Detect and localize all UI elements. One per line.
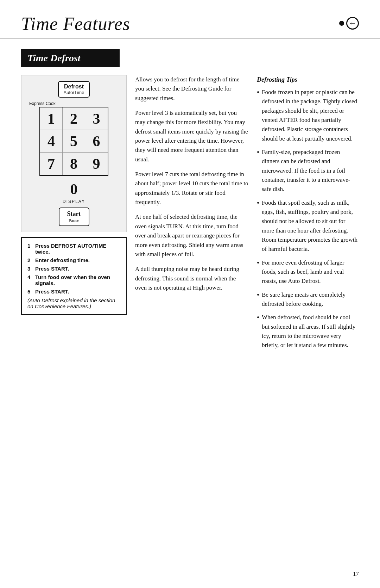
- key-9[interactable]: 9: [85, 153, 108, 175]
- page-header: Time Features ←: [0, 0, 380, 38]
- step-2: 2 Enter defrosting time.: [27, 257, 120, 263]
- start-pause-button[interactable]: Start Pause: [59, 208, 89, 226]
- page-title: Time Features: [21, 13, 130, 34]
- key-5[interactable]: 5: [63, 130, 85, 153]
- tip-6: When defrosted, food should be cool but …: [257, 313, 359, 350]
- key-1[interactable]: 1: [40, 107, 63, 130]
- key-6[interactable]: 6: [85, 130, 108, 153]
- key-3[interactable]: 3: [85, 107, 108, 130]
- key-4[interactable]: 4: [40, 130, 63, 153]
- step-1: 1 Press DEFROST AUTO/TIME twice.: [27, 243, 120, 255]
- middle-para-4: At one half of selected defrosting time,…: [135, 212, 248, 259]
- right-column: Defrosting Tips Foods frozen in paper or…: [257, 75, 359, 354]
- middle-column: Allows you to defrost for the length of …: [127, 75, 257, 298]
- key-8[interactable]: 8: [63, 153, 85, 175]
- key-2[interactable]: 2: [63, 107, 85, 130]
- key-7[interactable]: 7: [40, 153, 63, 175]
- dot-icon: [339, 21, 344, 26]
- key-0[interactable]: 0: [63, 178, 85, 200]
- middle-para-1: Allows you to defrost for the length of …: [135, 75, 248, 103]
- defrost-button[interactable]: Defrost Auto/Time: [58, 81, 90, 98]
- tips-list: Foods frozen in paper or plastic can be …: [257, 88, 359, 350]
- tip-1: Foods frozen in paper or plastic can be …: [257, 88, 359, 143]
- numpad-grid: 1 2 3 4 5 6 7 8 9: [39, 107, 108, 176]
- left-column: Defrost Auto/Time Express Cook 1 2 3 4 5…: [21, 75, 127, 315]
- content-columns: Defrost Auto/Time Express Cook 1 2 3 4 5…: [21, 75, 359, 354]
- express-cook-label: Express Cook: [29, 101, 56, 106]
- middle-para-5: A dull thumping noise may be heard durin…: [135, 265, 248, 292]
- middle-para-3: Power level 7 cuts the total defrosting …: [135, 170, 248, 207]
- step-3: 3 Press START.: [27, 266, 120, 272]
- defrost-label-top: Defrost: [64, 83, 84, 90]
- middle-para-2: Power level 3 is automatically set, but …: [135, 109, 248, 164]
- header-icons: ←: [339, 17, 359, 30]
- tip-3: Foods that spoil easily, such as milk, e…: [257, 198, 359, 254]
- steps-box: 1 Press DEFROST AUTO/TIME twice. 2 Enter…: [21, 237, 127, 315]
- page-number: 17: [353, 570, 359, 577]
- zero-row: 0 Display: [63, 178, 85, 204]
- pause-label: Pause: [69, 218, 79, 223]
- step-5: 5 Press START.: [27, 289, 120, 295]
- section-title: Time Defrost: [21, 49, 120, 67]
- tips-title: Defrosting Tips: [257, 75, 359, 85]
- main-content: Time Defrost Defrost Auto/Time Express C…: [0, 38, 380, 369]
- tip-5: Be sure large meats are completely defro…: [257, 290, 359, 309]
- keypad-area: Defrost Auto/Time Express Cook 1 2 3 4 5…: [21, 75, 127, 232]
- start-label: Start: [67, 210, 81, 218]
- defrost-label-bottom: Auto/Time: [64, 90, 84, 95]
- tip-2: Family-size, prepackaged frozen dinners …: [257, 148, 359, 194]
- arrow-icon: ←: [346, 17, 359, 30]
- tip-4: For more even defrosting of larger foods…: [257, 258, 359, 286]
- display-label: Display: [63, 199, 85, 204]
- steps-list: 1 Press DEFROST AUTO/TIME twice. 2 Enter…: [27, 243, 120, 295]
- step-4: 4 Turn food over when the oven signals.: [27, 274, 120, 286]
- steps-note: (Auto Defrost explained in the section o…: [27, 297, 120, 309]
